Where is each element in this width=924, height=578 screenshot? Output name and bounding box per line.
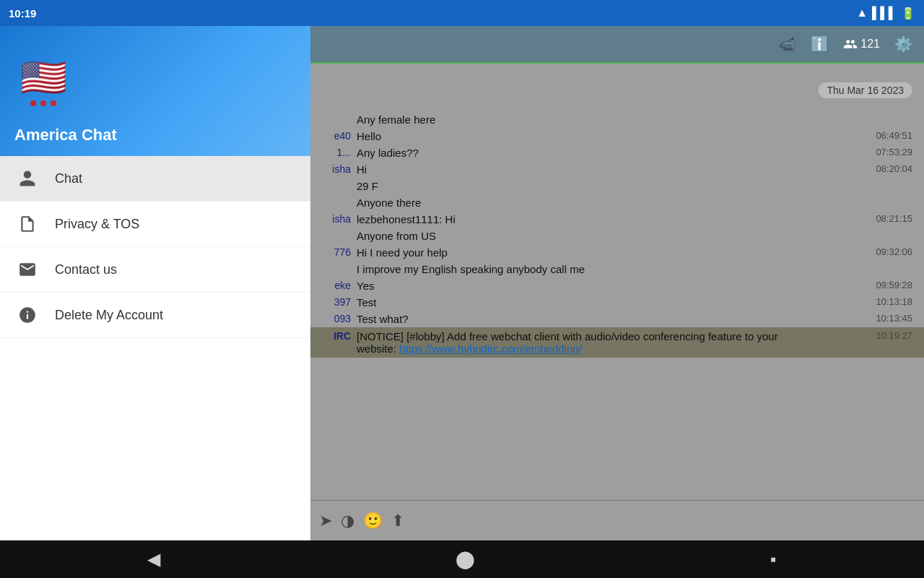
delete-account-label: Delete My Account: [55, 308, 163, 323]
notice-link[interactable]: https://www.hybridirc.com/embedding/: [399, 342, 582, 355]
msg-text: Yes: [357, 280, 374, 292]
table-row: isha Hi 08:20:04: [322, 161, 912, 178]
msg-time: 09:32:06: [876, 246, 912, 257]
video-icon[interactable]: 📹: [778, 35, 796, 53]
msg-time: 07:53:29: [876, 147, 912, 158]
msg-sender: 776: [322, 246, 351, 259]
upload-icon[interactable]: ⬆: [391, 512, 404, 530]
table-row: I improve my English speaking anybody ca…: [322, 261, 912, 277]
msg-sender: 093: [322, 313, 351, 325]
table-row: 776 Hi I need your help 09:32:06: [322, 244, 912, 261]
person-icon: [14, 169, 40, 188]
app-title: America Chat: [14, 126, 296, 144]
msg-sender: e40: [322, 130, 351, 142]
msg-time: 06:49:51: [876, 130, 912, 141]
status-time: 10:19: [9, 7, 36, 20]
drawer-header: 🇺🇸 America Chat: [0, 26, 310, 156]
status-bar: 10:19 ▲ ▌▌▌ 🔋: [0, 0, 924, 26]
table-row: 093 Test what? 10:13:45: [322, 311, 912, 327]
date-divider: Thu Mar 16 2023: [818, 82, 912, 98]
msg-text: Test: [357, 296, 377, 309]
table-row: 397 Test 10:13:18: [322, 294, 912, 311]
table-row: e40 Hello 06:49:51: [322, 128, 912, 144]
table-row: 1... Any ladies?? 07:53:29: [322, 144, 912, 161]
msg-time: 09:59:28: [876, 280, 912, 290]
drawer: 🇺🇸 America Chat Chat Privacy & TOS: [0, 26, 310, 540]
msg-sender: [322, 180, 351, 192]
table-row: 29 F: [322, 178, 912, 194]
main-chat-area: 📹 ℹ️ 121 ⚙️ Thu Mar 16 2023 Any female h…: [310, 26, 924, 540]
msg-text: Any female here: [357, 113, 435, 126]
app-logo: 🇺🇸: [14, 53, 72, 111]
msg-text: Test what?: [357, 313, 409, 325]
table-row: IRC [NOTICE] [#lobby] Add free webchat c…: [310, 327, 924, 358]
info-toolbar-icon[interactable]: ℹ️: [811, 35, 829, 53]
msg-sender: [322, 197, 351, 209]
msg-time: 08:21:15: [876, 213, 912, 224]
bottom-nav: ◀ ⬤ ▪: [0, 540, 924, 578]
msg-text: Hi: [357, 163, 367, 176]
sidebar-item-chat[interactable]: Chat: [0, 156, 310, 202]
chat-toolbar: 📹 ℹ️ 121 ⚙️: [310, 26, 924, 64]
msg-text: Anyone from US: [357, 230, 436, 242]
msg-time: 10:13:45: [876, 313, 912, 324]
home-button[interactable]: ⬤: [456, 549, 475, 569]
table-row: Anyone there: [322, 194, 912, 211]
msg-sender: isha: [322, 163, 351, 176]
msg-sender: 397: [322, 296, 351, 309]
recent-button[interactable]: ▪: [770, 549, 777, 569]
msg-sender: [322, 113, 351, 126]
chat-label: Chat: [55, 171, 82, 186]
table-row: isha lezbehonest1111: Hi 08:21:15: [322, 211, 912, 228]
emoji-icon[interactable]: 🙂: [363, 512, 383, 530]
status-icons: ▲ ▌▌▌ 🔋: [856, 7, 915, 20]
document-icon: [14, 215, 40, 233]
msg-sender: [322, 263, 351, 275]
msg-sender: [322, 230, 351, 242]
privacy-label: Privacy & TOS: [55, 217, 139, 232]
msg-sender: isha: [322, 213, 351, 225]
table-row: Anyone from US: [322, 228, 912, 244]
drawer-menu: Chat Privacy & TOS Contact us Delete My …: [0, 156, 310, 540]
send-icon[interactable]: ➤: [319, 512, 332, 530]
signal-icon: ▌▌▌: [872, 7, 897, 20]
member-count[interactable]: 121: [843, 37, 880, 51]
contrast-icon[interactable]: ◑: [341, 512, 354, 530]
notice-text: [NOTICE] [#lobby] Add free webchat clien…: [357, 330, 794, 355]
msg-time: 08:20:04: [876, 163, 912, 174]
email-icon: [14, 260, 40, 279]
contact-label: Contact us: [55, 262, 117, 277]
msg-text: 29 F: [357, 180, 378, 192]
member-count-value: 121: [860, 38, 880, 51]
msg-sender: 1...: [322, 147, 351, 159]
back-button[interactable]: ◀: [147, 549, 160, 569]
sidebar-item-privacy[interactable]: Privacy & TOS: [0, 202, 310, 247]
wifi-icon: ▲: [856, 7, 868, 20]
msg-text: lezbehonest1111: Hi: [357, 213, 456, 225]
settings-icon[interactable]: ⚙️: [894, 35, 912, 53]
logo-dots: [30, 100, 56, 106]
sidebar-item-contact[interactable]: Contact us: [0, 247, 310, 293]
msg-time: 10:19:27: [876, 330, 912, 341]
chat-content[interactable]: Thu Mar 16 2023 Any female here e40 Hell…: [310, 64, 924, 500]
sidebar-item-delete[interactable]: Delete My Account: [0, 293, 310, 338]
info-icon: [14, 306, 40, 324]
msg-time: 10:13:18: [876, 296, 912, 307]
msg-text: Hi I need your help: [357, 246, 448, 259]
battery-icon: 🔋: [901, 7, 915, 20]
msg-text: I improve my English speaking anybody ca…: [357, 263, 585, 275]
chat-input-bar: ➤ ◑ 🙂 ⬆: [310, 500, 924, 540]
msg-sender: eke: [322, 280, 351, 292]
msg-text: Hello: [357, 130, 381, 142]
table-row: eke Yes 09:59:28: [322, 277, 912, 294]
table-row: Any female here: [322, 111, 912, 128]
msg-text: Any ladies??: [357, 147, 419, 159]
notice-sender: IRC: [322, 330, 351, 342]
msg-text: Anyone there: [357, 197, 421, 209]
